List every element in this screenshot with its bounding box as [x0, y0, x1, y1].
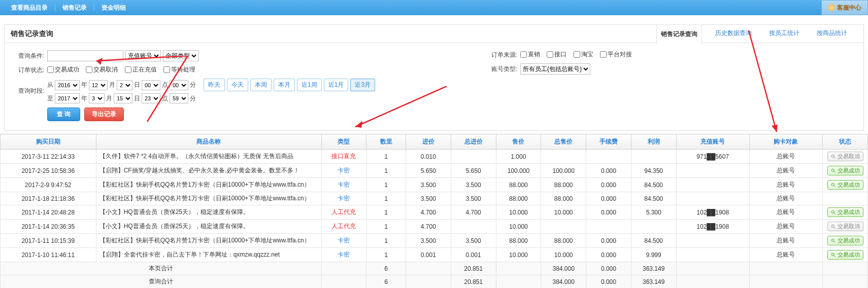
- order-status-label: 订单状态:: [14, 66, 44, 75]
- from-month[interactable]: 12: [89, 80, 108, 90]
- to-prefix: 至: [47, 94, 53, 103]
- quick-today[interactable]: 今天: [227, 79, 248, 91]
- tab-by-employee[interactable]: 按员工统计: [765, 24, 804, 44]
- col-header: 总进价: [451, 134, 496, 150]
- chk-cancel[interactable]: 交易取消: [86, 65, 118, 74]
- chk-pending[interactable]: 等待处理: [163, 65, 195, 74]
- account-cat-select[interactable]: 所有员工(包括总账号): [520, 63, 590, 75]
- query-input[interactable]: [47, 50, 123, 61]
- all-type-select[interactable]: 全部类型: [163, 50, 198, 61]
- svg-point-0: [831, 155, 834, 157]
- tab-by-product[interactable]: 按商品统计: [813, 24, 851, 44]
- to-min[interactable]: 59: [170, 93, 188, 103]
- from-day[interactable]: 2: [117, 80, 132, 90]
- col-header: 充值账号: [676, 134, 749, 150]
- status-button[interactable]: 交易成功: [827, 166, 863, 175]
- time-range-label: 查询时段:: [14, 87, 44, 95]
- table-row: 2017-1-11 10:15:39【彩虹社区】快刷手机QQ名片赞1万卡密（日刷…: [1, 234, 868, 248]
- status-button[interactable]: 交易成功: [827, 250, 863, 260]
- quick-3month[interactable]: 近3月: [350, 79, 375, 91]
- query-cond-label: 查询条件:: [14, 52, 44, 60]
- quick-yesterday[interactable]: 昨天: [204, 79, 225, 91]
- table-row: 2017-3-11 22:14:33【久伴】软件7 *2 4自动开单。（永久情侣…: [1, 150, 868, 164]
- quick-1month[interactable]: 近1月: [324, 79, 349, 91]
- svg-line-1: [833, 157, 835, 158]
- status-button[interactable]: 交易成功: [827, 180, 863, 190]
- panel-body: 查询条件: 充值账号 全部类型 订单状态: 交易成功 交易取消 正在充值 等待处…: [5, 43, 863, 130]
- svg-point-12: [831, 253, 834, 256]
- account-type-select[interactable]: 充值账号: [125, 50, 161, 61]
- to-day[interactable]: 15: [114, 93, 132, 103]
- tab-sales-query[interactable]: 销售记录查询: [656, 24, 702, 45]
- svg-point-4: [831, 183, 834, 186]
- chk-platform[interactable]: 平台对接: [600, 50, 632, 59]
- quick-1week[interactable]: 近1周: [297, 79, 322, 91]
- help-center-button[interactable]: 客服中心: [821, 0, 868, 15]
- col-header: 总售价: [541, 134, 586, 150]
- svg-point-10: [831, 239, 834, 241]
- totals-row: 查询合计620.851384.0000.000363.149: [1, 275, 868, 289]
- col-header: 利润: [631, 134, 676, 150]
- status-button[interactable]: 交易取消: [827, 152, 863, 161]
- table-row: 2017-1-14 20:48:28【小文】HQ普通会员（质保25天），稳定速度…: [1, 205, 868, 220]
- status-button[interactable]: 交易成功: [827, 236, 863, 245]
- panel-header: 销售记录查询 销售记录查询 历史数据查询 按员工统计 按商品统计: [5, 25, 863, 43]
- col-header: 数里: [366, 134, 406, 150]
- chk-charging[interactable]: 正在充值: [125, 65, 157, 74]
- from-min[interactable]: 00: [170, 80, 188, 90]
- svg-point-6: [831, 210, 834, 213]
- panel-title: 销售记录查询: [11, 29, 53, 39]
- col-header: 状态: [823, 134, 868, 150]
- quick-range-buttons: 昨天 今天 本周 本月 近1周 近1月 近3月: [204, 79, 375, 91]
- status-button[interactable]: 交易成功: [827, 207, 863, 217]
- to-hour[interactable]: 23: [142, 93, 160, 103]
- col-header: 类型: [321, 134, 366, 150]
- quick-month[interactable]: 本月: [274, 79, 295, 91]
- table-row: 2017-1-10 11:46:11【启翔】全套代挂卡密，自己去下单！下单网址：…: [1, 248, 868, 262]
- to-month[interactable]: 3: [89, 93, 105, 103]
- svg-line-5: [833, 185, 835, 187]
- from-prefix: 从: [47, 81, 53, 89]
- svg-line-11: [833, 241, 835, 242]
- col-header: 商品名称: [96, 134, 321, 150]
- table-row: 2017-2-25 10:58:36【启翔】CF抽奖/穿越火线抽奖、必中永久装备…: [1, 164, 868, 178]
- query-button[interactable]: 查 询: [47, 107, 80, 121]
- col-header: 进价: [406, 134, 451, 150]
- svg-line-7: [833, 212, 835, 214]
- table-header-row: 购买日期商品名称类型数里进价总进价售价总售价手续费利润充值账号购卡对象状态: [1, 134, 868, 150]
- col-header: 手续费: [586, 134, 631, 150]
- tab-history[interactable]: 历史数据查询: [711, 24, 756, 44]
- sales-query-panel: 销售记录查询 销售记录查询 历史数据查询 按员工统计 按商品统计 查询条件: 充…: [4, 24, 864, 131]
- export-button[interactable]: 导出记录: [84, 107, 124, 121]
- order-source-label: 订单来源:: [487, 51, 517, 59]
- status-button[interactable]: 交易取消: [827, 222, 863, 231]
- right-filters: 订单来源: 直销 接口 淘宝 平台对接 账号类型: 所有员工(包括总账号): [487, 50, 637, 79]
- table-row: 2017-1-18 21:18:36【彩虹社区】快刷手机QQ名片赞1万卡密（日刷…: [1, 192, 868, 205]
- nav-catalog[interactable]: 查看商品目录: [4, 4, 55, 11]
- nav-funds[interactable]: 资金明细: [94, 4, 133, 11]
- table-row: 2017-1-14 20:36:35【小文】HQ普通会员（质保25天），稳定速度…: [1, 220, 868, 234]
- top-nav: 查看商品目录 销售记录 资金明细 客服中心: [0, 0, 868, 15]
- col-header: 购买日期: [1, 134, 96, 150]
- help-icon: [828, 4, 835, 11]
- svg-line-9: [833, 227, 835, 228]
- svg-line-3: [833, 171, 835, 172]
- chk-direct[interactable]: 直销: [520, 50, 540, 59]
- svg-point-2: [831, 169, 834, 171]
- chk-success[interactable]: 交易成功: [47, 65, 79, 74]
- panel-tabs: 销售记录查询 历史数据查询 按员工统计 按商品统计: [656, 24, 863, 44]
- totals-row: 本页合计620.851384.0000.000363.149: [1, 262, 868, 275]
- chk-taobao[interactable]: 淘宝: [574, 50, 593, 59]
- quick-week[interactable]: 本周: [250, 79, 272, 91]
- from-year[interactable]: 2016: [55, 80, 80, 90]
- status-checkboxes: 交易成功 交易取消 正在充值 等待处理: [47, 65, 201, 75]
- col-header: 购卡对象: [749, 134, 822, 150]
- nav-sales[interactable]: 销售记录: [55, 4, 94, 11]
- svg-point-8: [831, 225, 834, 227]
- to-year[interactable]: 2017: [55, 93, 80, 103]
- from-hour[interactable]: 00: [142, 80, 160, 90]
- table-row: 2017-2-9 9:47:52【彩虹社区】快刷手机QQ名片赞1万卡密（日刷10…: [1, 178, 868, 192]
- col-header: 售价: [496, 134, 541, 150]
- chk-api[interactable]: 接口: [547, 50, 566, 59]
- svg-line-13: [833, 255, 835, 257]
